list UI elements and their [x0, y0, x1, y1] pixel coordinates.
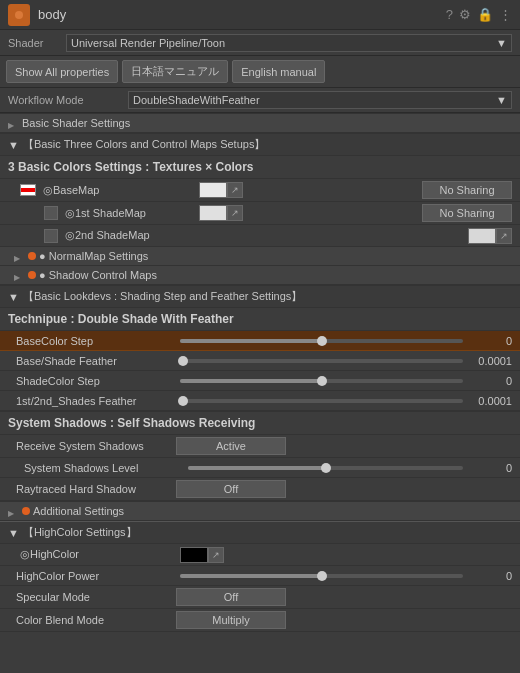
- shader-dropdown[interactable]: Universal Render Pipeline/Toon ▼: [66, 34, 512, 52]
- shadows-level-label: System Shadows Level: [24, 462, 184, 474]
- base-shade-feather-value: 0.0001: [467, 355, 512, 367]
- basemap-flag-icon: [20, 184, 36, 196]
- base-shade-feather-label: Base/Shade Feather: [16, 355, 176, 367]
- shadecolor-step-track[interactable]: [180, 379, 463, 383]
- shademap2-row: ◎2nd ShadeMap ↗: [0, 225, 520, 247]
- english-manual-button[interactable]: English manual: [232, 60, 325, 83]
- shadecolor-step-label: ShadeColor Step: [16, 375, 176, 387]
- shademap1-label: ◎1st ShadeMap: [20, 206, 199, 220]
- additional-settings-label: Additional Settings: [33, 505, 124, 517]
- shademap1-no-sharing-btn[interactable]: No Sharing: [422, 204, 512, 222]
- highcolor-power-track[interactable]: [180, 574, 463, 578]
- shader-label: Shader: [8, 37, 58, 49]
- highcolor-power-value: 0: [467, 570, 512, 582]
- normalmap-label: ● NormalMap Settings: [39, 250, 148, 262]
- basemap-picker-btn[interactable]: ↗: [227, 182, 243, 198]
- window-app-icon: [8, 4, 30, 26]
- blend-mode-label: Color Blend Mode: [16, 614, 176, 626]
- shades-feather-label: 1st/2nd_Shades Feather: [16, 395, 176, 407]
- highcolor-label: ◎HighColor: [20, 548, 180, 561]
- shadecolor-step-row: ShadeColor Step 0: [0, 371, 520, 391]
- shadow-control-label: ● Shadow Control Maps: [39, 269, 157, 281]
- additional-collapse-icon: [8, 506, 18, 516]
- highcolor-picker-btn[interactable]: ↗: [208, 547, 224, 563]
- receive-shadows-label: Receive System Shadows: [16, 440, 176, 452]
- help-icon[interactable]: ?: [446, 7, 453, 22]
- highcolor-section-header[interactable]: ▼ 【HighColor Settings】: [0, 521, 520, 544]
- blend-mode-btn[interactable]: Multiply: [176, 611, 286, 629]
- highcolor-row: ◎HighColor ↗: [0, 544, 520, 566]
- dropdown-arrow: ▼: [496, 37, 507, 49]
- japanese-manual-button[interactable]: 日本語マニュアル: [122, 60, 228, 83]
- basic-lookdevs-label: 【Basic Lookdevs : Shading Step and Feath…: [23, 289, 302, 304]
- shademap2-swatch[interactable]: [468, 228, 496, 244]
- highcolor-collapse-icon: ▼: [8, 527, 19, 539]
- basemap-no-sharing-btn[interactable]: No Sharing: [422, 181, 512, 199]
- additional-settings-header[interactable]: Additional Settings: [0, 501, 520, 521]
- technique-title: Technipue : Double Shade With Feather: [0, 308, 520, 331]
- svg-point-1: [15, 11, 23, 19]
- normalmap-collapse-icon: [14, 251, 24, 261]
- basic-three-colors-label: 【Basic Three Colors and Control Maps Set…: [23, 137, 266, 152]
- highcolor-swatch[interactable]: [180, 547, 208, 563]
- shademap2-picker-btn[interactable]: ↗: [496, 228, 512, 244]
- base-shade-feather-track[interactable]: [180, 359, 463, 363]
- raytraced-btn[interactable]: Off: [176, 480, 286, 498]
- lock-icon[interactable]: 🔒: [477, 7, 493, 22]
- workflow-dropdown-arrow: ▼: [496, 94, 507, 106]
- shademap1-picker-btn[interactable]: ↗: [227, 205, 243, 221]
- shademap1-swatch[interactable]: [199, 205, 227, 221]
- blend-mode-row: Color Blend Mode Multiply: [0, 609, 520, 632]
- receive-shadows-btn[interactable]: Active: [176, 437, 286, 455]
- normalmap-dot: [28, 252, 36, 260]
- system-shadows-title: System Shadows : Self Shadows Receiving: [0, 411, 520, 435]
- highcolor-power-label: HighColor Power: [16, 570, 176, 582]
- settings-icon[interactable]: ⚙: [459, 7, 471, 22]
- basic-three-colors-section[interactable]: ▼ 【Basic Three Colors and Control Maps S…: [0, 133, 520, 156]
- basemap-swatch[interactable]: [199, 182, 227, 198]
- specular-row: Specular Mode Off: [0, 586, 520, 609]
- normalmap-settings-header[interactable]: ● NormalMap Settings: [0, 247, 520, 266]
- basic-shader-collapse-icon: [8, 118, 18, 128]
- basic-shader-settings-label: Basic Shader Settings: [22, 117, 130, 129]
- basemap-row: ◎BaseMap ↗ No Sharing: [0, 179, 520, 202]
- window-header: body ? ⚙ 🔒 ⋮: [0, 0, 520, 30]
- workflow-dropdown[interactable]: DoubleShadeWithFeather ▼: [128, 91, 512, 109]
- shademap1-check[interactable]: [44, 206, 58, 220]
- shademap1-row: ◎1st ShadeMap ↗ No Sharing: [0, 202, 520, 225]
- more-icon[interactable]: ⋮: [499, 7, 512, 22]
- specular-btn[interactable]: Off: [176, 588, 286, 606]
- bracket-collapse-icon: ▼: [8, 139, 19, 151]
- basecolor-step-row: BaseColor Step 0: [0, 331, 520, 351]
- highcolor-section-label: 【HighColor Settings】: [23, 525, 137, 540]
- basic-shader-settings-header[interactable]: Basic Shader Settings: [0, 113, 520, 133]
- shadows-level-value: 0: [467, 462, 512, 474]
- shader-row: Shader Universal Render Pipeline/Toon ▼: [0, 30, 520, 56]
- shadow-control-collapse-icon: [14, 270, 24, 280]
- basecolor-step-value: 0: [467, 335, 512, 347]
- shades-feather-track[interactable]: [180, 399, 463, 403]
- lookdevs-collapse-icon: ▼: [8, 291, 19, 303]
- workflow-row: Workflow Mode DoubleShadeWithFeather ▼: [0, 88, 520, 113]
- shades-feather-value: 0.0001: [467, 395, 512, 407]
- additional-dot: [22, 507, 30, 515]
- shadows-level-track[interactable]: [188, 466, 463, 470]
- shademap2-check[interactable]: [44, 229, 58, 243]
- raytraced-row: Raytraced Hard Shadow Off: [0, 478, 520, 501]
- shadow-control-dot: [28, 271, 36, 279]
- shades-feather-row: 1st/2nd_Shades Feather 0.0001: [0, 391, 520, 411]
- shadow-control-header[interactable]: ● Shadow Control Maps: [0, 266, 520, 285]
- receive-shadows-row: Receive System Shadows Active: [0, 435, 520, 458]
- basecolor-step-label: BaseColor Step: [16, 335, 176, 347]
- basecolor-step-track[interactable]: [180, 339, 463, 343]
- highcolor-power-row: HighColor Power 0: [0, 566, 520, 586]
- raytraced-label: Raytraced Hard Shadow: [16, 483, 176, 495]
- base-shade-feather-row: Base/Shade Feather 0.0001: [0, 351, 520, 371]
- basic-lookdevs-section[interactable]: ▼ 【Basic Lookdevs : Shading Step and Fea…: [0, 285, 520, 308]
- basemap-label: ◎BaseMap: [20, 184, 199, 197]
- specular-label: Specular Mode: [16, 591, 176, 603]
- workflow-label: Workflow Mode: [8, 94, 128, 106]
- shademap2-label: ◎2nd ShadeMap: [20, 229, 468, 243]
- show-properties-button[interactable]: Show All properties: [6, 60, 118, 83]
- three-colors-title: 3 Basic Colors Settings : Textures × Col…: [0, 156, 520, 179]
